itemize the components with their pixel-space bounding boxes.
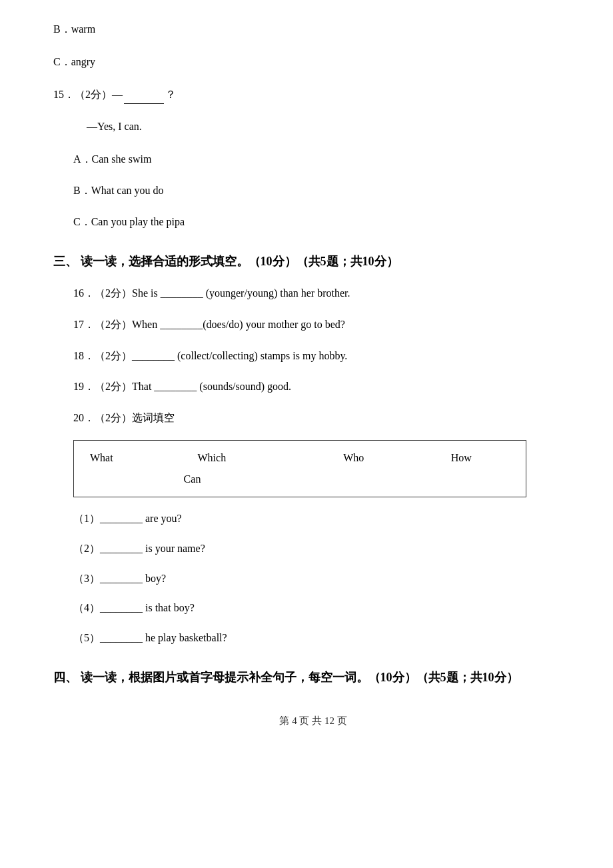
question-15-option-c: C．Can you play the pipa [53, 213, 573, 232]
question-19: 19．（2分）That ________ (sounds/sound) good… [53, 377, 573, 397]
section-4-header: 四、 读一读，根据图片或首字母提示补全句子，每空一词。（10分）（共5题；共10… [53, 667, 573, 688]
sub-question-3: （3）________ boy? [53, 569, 573, 589]
question-15-stem: 15．（2分）—？ [53, 85, 573, 105]
page-footer: 第 4 页 共 12 页 [53, 715, 573, 727]
question-15-option-a: A．Can she swim [53, 150, 573, 169]
word-box: What Which Who How Can [73, 440, 526, 497]
word-box-which: Which [193, 447, 301, 469]
word-box-row2: Can [85, 469, 515, 490]
word-box-what: What [85, 447, 193, 469]
option-b-warm: B．warm [53, 20, 573, 39]
word-box-who: Who [300, 447, 408, 469]
sub-question-4: （4）________ is that boy? [53, 599, 573, 618]
question-18: 18．（2分）________ (collect/collecting) sta… [53, 347, 573, 366]
question-16: 16．（2分）She is ________ (younger/young) t… [53, 284, 573, 303]
question-15-answer: —Yes, I can. [53, 117, 573, 137]
question-17: 17．（2分）When ________(does/do) your mothe… [53, 315, 573, 335]
sub-question-2: （2）________ is your name? [53, 539, 573, 559]
sub-question-1: （1）________ are you? [53, 509, 573, 529]
question-20-label: 20．（2分）选词填空 [53, 409, 573, 428]
sub-question-5: （5）________ he play basketball? [53, 629, 573, 648]
word-box-how: How [408, 447, 516, 469]
question-15-option-b: B．What can you do [53, 181, 573, 201]
option-c-angry: C．angry [53, 53, 573, 72]
section-3-header: 三、 读一读，选择合适的形式填空。（10分）（共5题；共10分） [53, 251, 573, 272]
word-box-row1: What Which Who How [85, 447, 515, 469]
word-box-can: Can [85, 469, 300, 490]
q15-blank [124, 103, 164, 104]
